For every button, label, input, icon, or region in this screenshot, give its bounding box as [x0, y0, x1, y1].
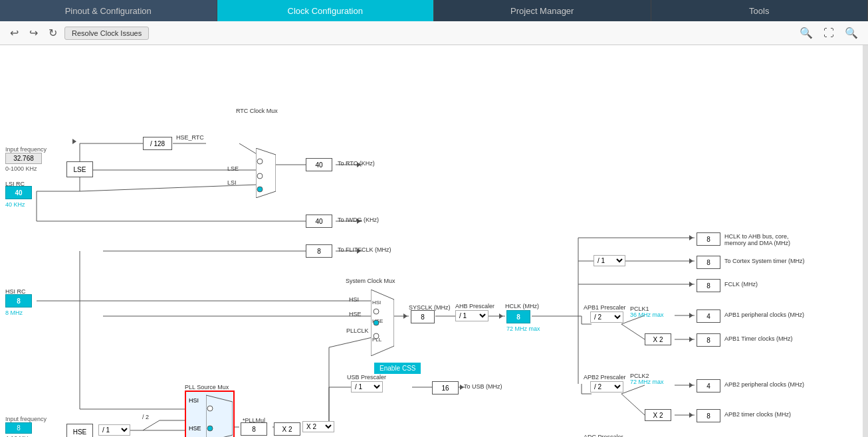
apb1-prescaler-label: APB1 Prescaler	[584, 304, 626, 311]
svg-marker-69	[689, 337, 693, 342]
lse-input-freq-value[interactable]: 32.768	[5, 153, 42, 164]
usb-x2-box: X 2	[274, 422, 300, 436]
apb1-div2-select[interactable]: / 2	[590, 311, 623, 323]
fclk-out: 8	[697, 279, 720, 292]
svg-marker-63	[403, 313, 407, 319]
svg-point-76	[257, 173, 263, 179]
fclk-label: FCLK (MHz)	[724, 281, 758, 288]
rtc-out-value: 40	[306, 158, 332, 171]
tab-tools[interactable]: Tools	[651, 0, 869, 21]
svg-point-77	[257, 187, 263, 192]
lsi-rc-khz: 40 KHz	[5, 201, 25, 208]
hclk-label: HCLK (MHz)	[505, 303, 539, 309]
cortex-div1-select[interactable]: / 1	[594, 255, 625, 266]
lse-input-freq-group: Input frequency 32.768 0-1000 KHz	[5, 146, 47, 172]
zoom-out-button[interactable]: 🔍	[841, 25, 861, 41]
svg-marker-70	[689, 383, 693, 388]
zoom-in-button[interactable]: 🔍	[796, 25, 816, 41]
usb-prescaler-label: USB Prescaler	[347, 374, 386, 381]
svg-point-86	[207, 406, 213, 411]
pll-mux-hse-label: HSE	[189, 425, 201, 432]
rtc-mux-shape	[256, 148, 276, 198]
scrollbar-right[interactable]	[863, 45, 868, 437]
ahb-div1-select[interactable]: / 1	[455, 310, 488, 321]
tab-project[interactable]: Project Manager	[434, 0, 651, 21]
svg-marker-58	[72, 139, 76, 144]
pclk2-72mhz-max: 72 MHz max	[630, 379, 664, 385]
resolve-clock-button[interactable]: Resolve Clock Issues	[64, 27, 149, 40]
pllmul-value: 8	[241, 422, 267, 436]
toolbar: ↩ ↪ ↻ Resolve Clock Issues 🔍 ⛶ 🔍	[0, 21, 868, 45]
sysclk-value: 8	[411, 310, 435, 323]
zoom-fit-button[interactable]: ⛶	[820, 26, 837, 41]
top-nav: Pinout & Configuration Clock Configurati…	[0, 0, 868, 21]
svg-line-37	[621, 385, 645, 394]
svg-text:HSI: HSI	[372, 300, 381, 306]
svg-marker-64	[499, 313, 503, 319]
apb1-peri-out: 4	[697, 309, 720, 323]
usb-out: 16	[432, 381, 459, 394]
apb2-timer-label: APB2 timer clocks (MHz)	[724, 411, 791, 418]
hclk-ahb-out: 8	[697, 232, 720, 246]
iwdg-out-value: 40	[306, 215, 332, 228]
lsi-mux-label: LSI	[227, 179, 237, 186]
pll-source-mux-label: PLL Source Mux	[185, 384, 229, 391]
tab-clock[interactable]: Clock Configuration	[217, 0, 435, 21]
lse-mux-label: LSE	[227, 165, 239, 172]
apb2-timer-out: 8	[697, 409, 720, 422]
system-clock-mux-label: System Clock Mux	[346, 278, 395, 284]
apb1-peri-label: APB1 peripheral clocks (MHz)	[724, 311, 804, 318]
svg-line-38	[621, 394, 645, 415]
apb1-timer-label: APB1 Timer clocks (MHz)	[724, 335, 793, 342]
flitfclk-out-value: 8	[306, 244, 332, 258]
lse-input-freq-label: Input frequency	[5, 146, 47, 153]
refresh-button[interactable]: ↻	[45, 25, 60, 41]
svg-marker-65	[689, 235, 693, 240]
lse-block: LSE	[66, 161, 93, 177]
hse-div128: / 128	[143, 137, 172, 150]
svg-marker-68	[689, 313, 693, 318]
to-iwdg-label: To IWDG (KHz)	[338, 217, 379, 223]
tab-pinout[interactable]: Pinout & Configuration	[0, 0, 217, 21]
cortex-out: 8	[697, 256, 720, 269]
canvas-area: Input frequency 32.768 0-1000 KHz LSE LS…	[0, 45, 868, 437]
svg-line-43	[143, 420, 160, 430]
apb2-peri-out: 4	[697, 379, 720, 393]
svg-point-82	[374, 309, 379, 314]
svg-line-2	[239, 143, 258, 155]
svg-point-75	[257, 159, 263, 164]
enable-css-button[interactable]: Enable CSS	[374, 363, 421, 374]
pllclk-label: PLLCLK	[346, 327, 369, 334]
hsi-rc-mhz: 8 MHz	[5, 309, 23, 316]
adc-prescaler-label: ADC Prescaler	[584, 434, 623, 437]
pll-div2-label: / 2	[142, 414, 149, 420]
apb2-x2-box: X 2	[645, 409, 671, 421]
ahb-prescaler-label: AHB Prescaler	[455, 303, 494, 309]
redo-button[interactable]: ↪	[26, 25, 41, 41]
hsi-sys-mux-label: HSI	[349, 296, 359, 303]
lse-input-freq-range: 0-1000 KHz	[5, 165, 47, 172]
svg-marker-66	[689, 258, 693, 264]
usb-div1-select[interactable]: / 1	[351, 381, 383, 393]
hse-input-freq-group: Input frequency 8 4-16 MHz	[5, 416, 47, 437]
undo-button[interactable]: ↩	[7, 25, 22, 41]
hse-block: HSE	[66, 424, 93, 437]
svg-line-32	[621, 324, 645, 339]
svg-point-87	[207, 426, 213, 431]
hse-input-freq-label: Input frequency	[5, 416, 47, 422]
pll-source-mux-box: HSI HSE	[185, 391, 235, 437]
apb2-div2-select[interactable]: / 2	[590, 381, 623, 393]
rtc-clock-mux-label: RTC Clock Mux	[236, 108, 278, 114]
hse-div1-select[interactable]: / 1	[98, 424, 130, 436]
hse-rtc-label: HSE_RTC	[176, 134, 204, 141]
hse-input-freq-value[interactable]: 8	[5, 422, 32, 434]
lsi-rc-value[interactable]: 40	[5, 186, 32, 199]
hsi-rc-value[interactable]: 8	[5, 294, 32, 307]
hclk-value[interactable]: 8	[506, 310, 530, 323]
apb1-x2-box: X 2	[645, 333, 671, 345]
pclk1-36mhz-max: 36 MHz max	[630, 311, 664, 318]
to-flitfclk-label: To FLITFCLK (MHz)	[338, 246, 391, 253]
to-rtc-label: To RTC (KHz)	[338, 160, 375, 167]
usb-mul-select[interactable]: X 2	[302, 421, 334, 432]
apb2-prescaler-label: APB2 Prescaler	[584, 374, 626, 381]
